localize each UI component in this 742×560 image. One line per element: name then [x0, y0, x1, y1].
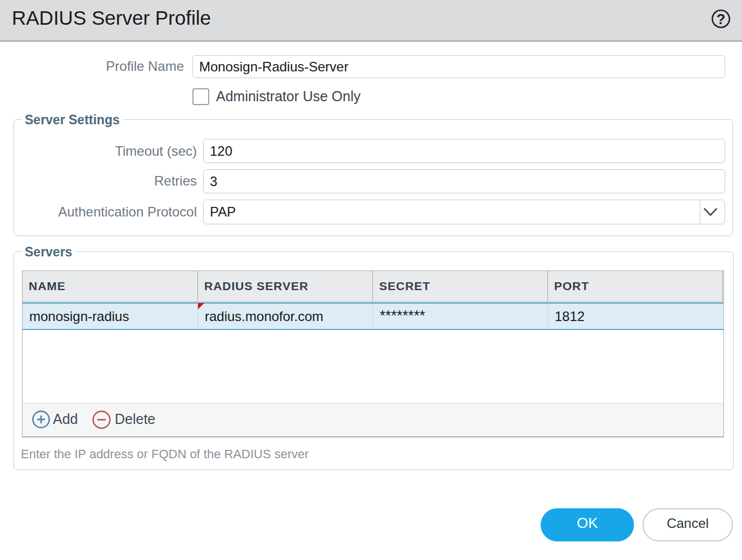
svg-text:?: ? — [717, 11, 726, 28]
